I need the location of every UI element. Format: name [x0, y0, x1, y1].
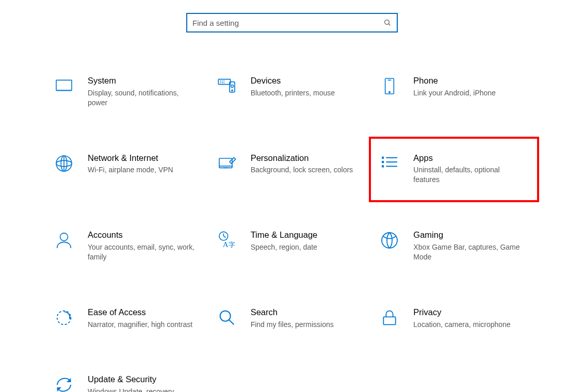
tile-devices[interactable]: Devices Bluetooth, printers, mouse [215, 74, 372, 110]
svg-point-12 [231, 85, 233, 88]
tile-desc: Xbox Game Bar, captures, Game Mode [413, 242, 522, 262]
tile-text: System Display, sound, notifications, po… [88, 76, 196, 108]
tile-title: Apps [413, 153, 522, 164]
settings-grid: System Display, sound, notifications, po… [0, 74, 584, 392]
svg-rect-4 [218, 79, 230, 85]
svg-rect-2 [56, 80, 72, 90]
apps-icon [379, 153, 400, 174]
tile-text: Phone Link your Android, iPhone [413, 76, 496, 98]
tile-desc: Find my files, permissions [251, 320, 334, 330]
svg-point-13 [232, 90, 233, 91]
update-icon [54, 374, 74, 392]
phone-icon [379, 76, 400, 96]
search-container [0, 0, 584, 32]
tile-desc: Your accounts, email, sync, work, family [88, 242, 196, 262]
tile-desc: Wi-Fi, airplane mode, VPN [88, 165, 173, 175]
svg-text:字: 字 [229, 241, 235, 249]
tile-privacy[interactable]: Privacy Location, camera, microphone [377, 305, 535, 332]
network-icon [54, 153, 74, 174]
search-tile-icon [217, 307, 237, 328]
svg-rect-41 [384, 317, 396, 324]
tile-title: Ease of Access [88, 307, 192, 318]
tile-desc: Bluetooth, printers, mouse [251, 88, 335, 98]
tile-desc: Uninstall, defaults, optional features [413, 165, 522, 185]
personalization-icon [217, 153, 237, 174]
svg-line-1 [388, 24, 390, 25]
svg-line-33 [223, 236, 225, 238]
tile-text: Update & Security Windows Update, recove… [88, 374, 196, 392]
tile-apps[interactable]: Apps Uninstall, defaults, optional featu… [377, 151, 535, 187]
system-icon [54, 76, 74, 96]
tile-title: System [88, 76, 196, 86]
privacy-icon [379, 307, 400, 328]
tile-gaming[interactable]: Gaming Xbox Game Bar, captures, Game Mod… [377, 228, 535, 264]
tile-title: Privacy [413, 307, 510, 318]
tile-title: Gaming [413, 230, 522, 240]
tile-title: Search [251, 307, 334, 318]
tile-update-security[interactable]: Update & Security Windows Update, recove… [52, 372, 209, 392]
tile-title: Time & Language [251, 230, 318, 240]
svg-rect-24 [382, 156, 384, 158]
tile-text: Personalization Background, lock screen,… [251, 153, 353, 175]
tile-title: Personalization [251, 153, 353, 164]
svg-point-16 [389, 92, 390, 93]
tile-title: Devices [251, 76, 335, 86]
svg-rect-26 [382, 165, 384, 167]
tile-ease-of-access[interactable]: Ease of Access Narrator, magnifier, high… [52, 305, 209, 332]
svg-text:A: A [222, 240, 228, 249]
tile-title: Accounts [88, 230, 196, 240]
svg-rect-25 [382, 161, 384, 163]
tile-text: Devices Bluetooth, printers, mouse [251, 76, 335, 98]
ease-of-access-icon [54, 307, 74, 328]
tile-personalization[interactable]: Personalization Background, lock screen,… [215, 151, 372, 187]
tile-text: Search Find my files, permissions [251, 307, 334, 330]
tile-time-language[interactable]: A 字 Time & Language Speech, region, date [215, 228, 372, 264]
tile-desc: Speech, region, date [251, 242, 318, 252]
tile-phone[interactable]: Phone Link your Android, iPhone [377, 74, 535, 110]
time-language-icon: A 字 [217, 230, 237, 251]
gaming-icon [379, 230, 400, 251]
svg-line-40 [229, 320, 234, 324]
search-box[interactable] [186, 13, 398, 32]
search-icon [383, 19, 392, 27]
tile-text: Ease of Access Narrator, magnifier, high… [88, 307, 192, 330]
tile-title: Update & Security [88, 374, 196, 385]
devices-icon [217, 76, 237, 96]
tile-desc: Background, lock screen, colors [251, 165, 353, 175]
svg-point-36 [382, 233, 397, 248]
tile-text: Apps Uninstall, defaults, optional featu… [413, 153, 522, 185]
svg-point-31 [219, 232, 228, 240]
tile-network[interactable]: Network & Internet Wi-Fi, airplane mode,… [52, 151, 209, 187]
tile-desc: Display, sound, notifications, power [88, 88, 196, 108]
tile-title: Phone [413, 76, 496, 86]
search-input[interactable] [192, 19, 383, 27]
tile-desc: Location, camera, microphone [413, 320, 510, 330]
tile-text: Privacy Location, camera, microphone [413, 307, 510, 330]
tile-title: Network & Internet [88, 153, 173, 164]
tile-text: Network & Internet Wi-Fi, airplane mode,… [88, 153, 173, 175]
tile-text: Time & Language Speech, region, date [251, 230, 318, 252]
tile-text: Accounts Your accounts, email, sync, wor… [88, 230, 196, 262]
svg-point-37 [57, 311, 71, 324]
tile-desc: Narrator, magnifier, high contrast [88, 320, 192, 330]
tile-text: Gaming Xbox Game Bar, captures, Game Mod… [413, 230, 522, 262]
tile-search[interactable]: Search Find my files, permissions [215, 305, 372, 332]
svg-point-0 [385, 20, 390, 25]
tile-accounts[interactable]: Accounts Your accounts, email, sync, wor… [52, 228, 209, 264]
svg-point-30 [60, 233, 68, 241]
tile-desc: Windows Update, recovery, backup [88, 387, 196, 392]
tile-desc: Link your Android, iPhone [413, 88, 496, 98]
accounts-icon [54, 230, 74, 251]
tile-system[interactable]: System Display, sound, notifications, po… [52, 74, 209, 110]
svg-point-39 [220, 311, 230, 321]
